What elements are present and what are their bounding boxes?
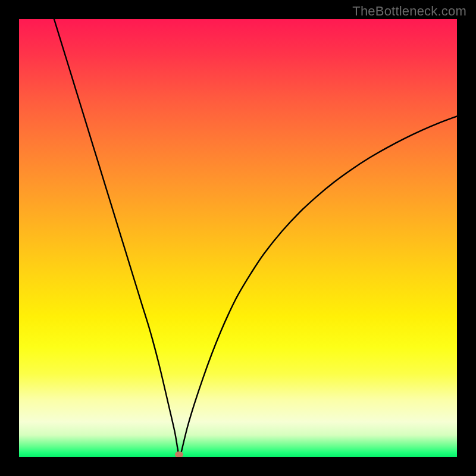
chart-minimum-marker — [175, 452, 183, 457]
chart-plot-area — [19, 19, 457, 457]
watermark-text: TheBottleneck.com — [352, 4, 466, 19]
chart-curve — [19, 19, 457, 457]
